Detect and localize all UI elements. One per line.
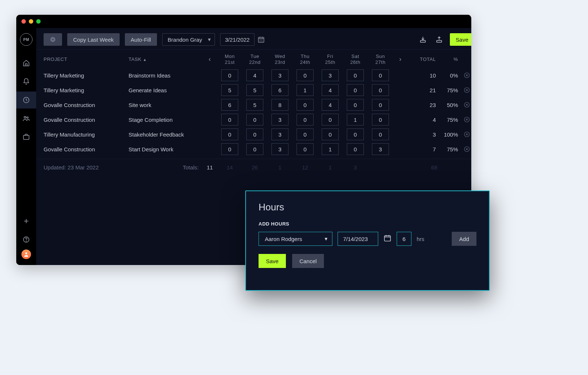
- hour-input[interactable]: [221, 99, 238, 111]
- delete-row-button[interactable]: [459, 131, 471, 138]
- hour-input[interactable]: [246, 143, 263, 155]
- delete-row-button[interactable]: [459, 102, 471, 108]
- hour-input[interactable]: [271, 69, 288, 81]
- hour-input[interactable]: [347, 99, 364, 111]
- hour-input[interactable]: [221, 84, 238, 96]
- delete-row-button[interactable]: [459, 146, 471, 152]
- hour-input[interactable]: [297, 128, 314, 140]
- close-circle-icon: [464, 72, 470, 79]
- dialog-cancel-button[interactable]: Cancel: [292, 254, 324, 268]
- nav-add[interactable]: [16, 213, 36, 230]
- titlebar: [16, 15, 471, 28]
- hour-input[interactable]: [297, 114, 314, 125]
- user-select[interactable]: Brandon Gray ▾: [162, 33, 215, 46]
- week-date-input[interactable]: 3/21/2022: [220, 33, 254, 46]
- dialog-date-input[interactable]: 7/14/2023: [338, 232, 378, 246]
- delete-row-button[interactable]: [459, 87, 471, 93]
- cell-task: Start Design Work: [129, 145, 202, 154]
- hour-input[interactable]: [246, 99, 263, 111]
- close-circle-icon: [464, 102, 470, 108]
- hour-input[interactable]: [322, 128, 339, 140]
- hour-input[interactable]: [271, 99, 288, 111]
- nav-help[interactable]: [16, 231, 36, 248]
- minimize-window-icon[interactable]: [29, 19, 33, 24]
- nav-people[interactable]: [16, 110, 36, 127]
- hour-input[interactable]: [271, 84, 288, 96]
- hour-input[interactable]: [372, 128, 389, 140]
- hour-input[interactable]: [271, 128, 288, 140]
- dialog-calendar-button[interactable]: [383, 234, 392, 244]
- dialog-save-button[interactable]: Save: [259, 254, 286, 268]
- col-day-sat: Sat26th: [343, 54, 368, 65]
- chevron-down-icon: ▾: [325, 235, 328, 242]
- help-icon: [23, 236, 30, 243]
- sort-asc-icon: ▲: [143, 58, 147, 62]
- hour-input[interactable]: [347, 128, 364, 140]
- nav-timesheet[interactable]: [16, 92, 36, 109]
- user-avatar[interactable]: [21, 250, 31, 259]
- hour-input[interactable]: [221, 128, 238, 140]
- import-button[interactable]: [417, 34, 428, 45]
- cell-total: 3: [408, 131, 437, 138]
- hour-input[interactable]: [271, 114, 288, 125]
- delete-row-button[interactable]: [459, 72, 471, 79]
- dialog-hours-input[interactable]: [397, 232, 411, 246]
- nav-home[interactable]: [16, 55, 36, 72]
- hour-input[interactable]: [297, 143, 314, 155]
- cell-total: 21: [408, 87, 437, 93]
- clock-icon: [23, 96, 30, 104]
- updated-label: Updated: 23 Mar 2022: [44, 164, 129, 171]
- svg-point-1: [24, 116, 26, 118]
- add-row-button[interactable]: [44, 33, 62, 46]
- hour-input[interactable]: [246, 128, 263, 140]
- export-button[interactable]: [434, 34, 445, 45]
- hours-dialog: Hours ADD HOURS Aaron Rodgers ▾ 7/14/202…: [245, 190, 490, 291]
- prev-week-button[interactable]: ‹: [202, 55, 217, 63]
- hour-input[interactable]: [372, 114, 389, 125]
- close-circle-icon: [464, 116, 470, 123]
- hour-input[interactable]: [372, 84, 389, 96]
- hour-input[interactable]: [246, 114, 263, 125]
- svg-rect-17: [384, 236, 391, 241]
- hour-input[interactable]: [322, 84, 339, 96]
- hour-input[interactable]: [297, 84, 314, 96]
- hour-input[interactable]: [221, 114, 238, 125]
- calendar-icon: [383, 234, 392, 242]
- hour-input[interactable]: [297, 99, 314, 111]
- hour-input[interactable]: [347, 143, 364, 155]
- hour-input[interactable]: [221, 143, 238, 155]
- nav-projects[interactable]: [16, 128, 36, 145]
- delete-row-button[interactable]: [459, 116, 471, 123]
- cell-percent: 75%: [437, 87, 459, 93]
- close-window-icon[interactable]: [21, 19, 26, 24]
- hour-input[interactable]: [372, 69, 389, 81]
- save-button[interactable]: Save: [450, 33, 471, 46]
- hour-input[interactable]: [221, 69, 238, 81]
- hour-input[interactable]: [322, 114, 339, 125]
- totals-sat: 1: [318, 164, 343, 171]
- dialog-user-select[interactable]: Aaron Rodgers ▾: [259, 232, 332, 246]
- timesheet-row: Tillery ManufacturingStakeholder Feedbac…: [36, 127, 471, 142]
- hour-input[interactable]: [322, 143, 339, 155]
- hour-input[interactable]: [322, 99, 339, 111]
- hour-input[interactable]: [372, 143, 389, 155]
- dialog-add-button[interactable]: Add: [452, 232, 476, 246]
- hour-input[interactable]: [246, 84, 263, 96]
- nav-notifications[interactable]: [16, 73, 36, 90]
- col-task[interactable]: TASK▲: [129, 56, 202, 62]
- hour-input[interactable]: [271, 143, 288, 155]
- autofill-button[interactable]: Auto-Fill: [125, 33, 157, 46]
- hour-input[interactable]: [372, 99, 389, 111]
- hour-input[interactable]: [347, 69, 364, 81]
- hour-input[interactable]: [246, 69, 263, 81]
- toolbar: Copy Last Week Auto-Fill Brandon Gray ▾ …: [36, 28, 471, 50]
- calendar-button[interactable]: [256, 33, 266, 46]
- hour-input[interactable]: [297, 69, 314, 81]
- hour-input[interactable]: [347, 114, 364, 125]
- hour-input[interactable]: [347, 84, 364, 96]
- maximize-window-icon[interactable]: [36, 19, 41, 24]
- copy-last-week-button[interactable]: Copy Last Week: [67, 33, 120, 46]
- timesheet-row: Tillery MarketingGenerate Ideas2175%: [36, 83, 471, 97]
- next-week-button[interactable]: ›: [393, 55, 408, 63]
- hour-input[interactable]: [322, 69, 339, 81]
